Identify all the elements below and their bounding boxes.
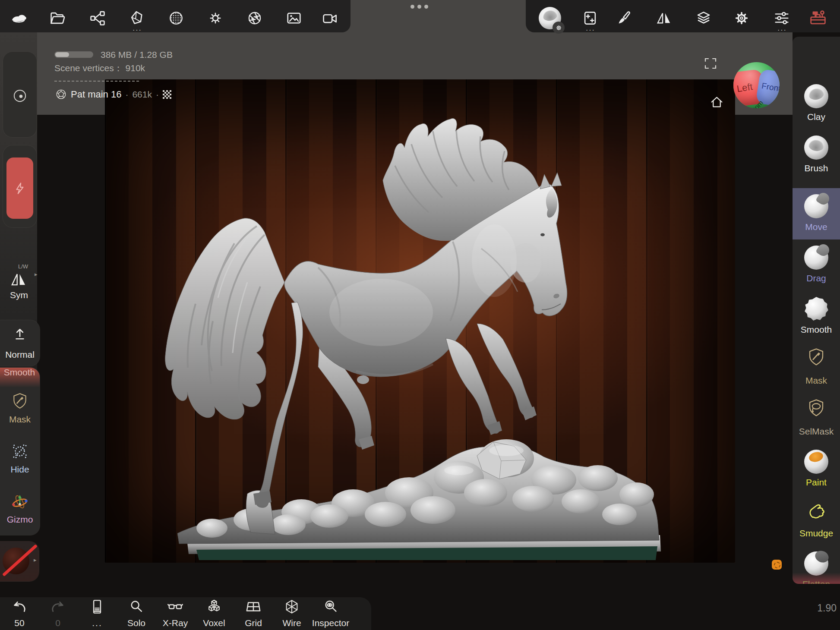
symmetry-toggle-icon[interactable]: [9, 270, 28, 290]
home-view-icon[interactable]: [710, 95, 724, 111]
active-layer-chip[interactable]: Pat main 16 · 661k ·: [55, 88, 171, 100]
tool-smudge[interactable]: Smudge: [793, 495, 840, 545]
layer-separator: ·: [125, 89, 128, 100]
tool-clay-label: Clay: [793, 112, 840, 122]
bottom-toolbar: 50 0 ... Solo X-Ray Voxel Grid Wire: [0, 597, 371, 630]
symmetry-triangle-icon[interactable]: [654, 5, 674, 31]
tool-brush-label: Brush: [793, 163, 840, 173]
mask-shield-icon[interactable]: [11, 392, 29, 412]
smooth-sphere-icon: [804, 297, 828, 321]
solo-label: Solo: [117, 618, 156, 628]
history-pages-button[interactable]: ...: [80, 599, 114, 629]
redslash-caret-icon[interactable]: ▸: [34, 557, 37, 563]
grid-toggle[interactable]: Grid: [237, 599, 270, 629]
snapshot-marker-button[interactable]: [772, 560, 782, 570]
scene-vertices-text: Scene vertices： 910k: [54, 62, 145, 74]
sidebar-bottom-glow: [793, 573, 840, 584]
tool-mask-label: Mask: [793, 375, 840, 386]
checker-material-icon: [163, 90, 171, 99]
layers-stack-icon[interactable]: [693, 5, 714, 31]
wire-label: Wire: [272, 618, 311, 628]
window-handle-dot[interactable]: [424, 5, 428, 9]
sym-caret-icon[interactable]: ▸: [35, 271, 38, 277]
snapshot-marker-ring: [774, 562, 780, 568]
sym-label[interactable]: Sym: [0, 290, 38, 300]
background-image-icon[interactable]: [284, 5, 304, 31]
intensity-slider-fill[interactable]: [6, 158, 33, 219]
mask-label[interactable]: Mask: [0, 414, 39, 425]
node-graph-icon[interactable]: [87, 5, 108, 31]
window-handle-dot[interactable]: [411, 5, 414, 9]
tool-move-label: Move: [793, 222, 840, 232]
material-sphere-icon[interactable]: [538, 5, 562, 31]
inspector-label: Inspector: [311, 618, 350, 628]
tool-paint-label: Paint: [793, 477, 840, 488]
tool-sidebar: Clay Brush Move Drag Smooth Mask SelMask: [793, 37, 840, 584]
info-separator: [54, 81, 139, 82]
settings-gear-icon[interactable]: [731, 5, 752, 31]
tool-smooth[interactable]: Smooth: [793, 291, 840, 342]
video-camera-icon[interactable]: [320, 5, 341, 31]
layer-separator: ·: [156, 89, 159, 100]
tool-brush[interactable]: Brush: [793, 129, 840, 180]
tool-quick-panel[interactable]: Smooth Mask Hide Gizmo: [0, 368, 40, 535]
paint-sphere-icon: [804, 450, 828, 474]
top-toolbar-right: ... ...: [526, 0, 840, 32]
tool-selmask-label: SelMask: [793, 426, 840, 437]
stone-more-indicator: ...: [133, 26, 142, 30]
mask-shield-icon: [806, 347, 826, 367]
layer-vertex-count: 661k: [132, 89, 152, 100]
tool-paint[interactable]: Paint: [793, 444, 840, 495]
sculpt-viewport-canvas[interactable]: [105, 79, 735, 563]
tool-selmask[interactable]: SelMask: [793, 393, 840, 444]
disable-material-panel[interactable]: [0, 542, 39, 581]
tool-drag-label: Drag: [793, 273, 840, 284]
history-more-indicator: ...: [78, 618, 117, 628]
window-handle-dot[interactable]: [417, 5, 421, 9]
toolbox-icon[interactable]: [808, 5, 828, 31]
hide-dotted-icon[interactable]: [10, 442, 29, 463]
memory-usage-bar: [54, 51, 93, 58]
hide-label[interactable]: Hide: [0, 464, 39, 475]
inspector-toggle[interactable]: Inspector: [314, 599, 347, 629]
tool-move-selected[interactable]: Move: [793, 188, 840, 239]
redo-button[interactable]: 0: [41, 599, 75, 629]
app-logo-icon[interactable]: [8, 5, 29, 31]
solo-toggle[interactable]: Solo: [120, 599, 153, 629]
gizmo-icon[interactable]: [10, 492, 30, 513]
xray-label: X-Ray: [156, 618, 195, 628]
tool-clay[interactable]: Clay: [793, 78, 840, 129]
undo-button[interactable]: 50: [3, 599, 36, 629]
normal-label: Normal: [0, 350, 39, 360]
clay-sphere-icon: [804, 84, 828, 108]
xray-toggle[interactable]: X-Ray: [158, 599, 192, 629]
gizmo-label[interactable]: Gizmo: [0, 514, 39, 525]
sliders-more-indicator: ...: [777, 26, 787, 30]
normal-upload-icon: [12, 326, 28, 343]
lw-label: L/W: [18, 263, 28, 270]
fullscreen-icon[interactable]: [704, 57, 717, 72]
navigation-orbit-sphere[interactable]: Left Front Bottom: [733, 62, 780, 108]
tool-smudge-label: Smudge: [793, 528, 840, 539]
stroke-normal-panel[interactable]: Normal: [0, 320, 40, 366]
tool-mask[interactable]: Mask: [793, 342, 840, 393]
flatten-sphere-icon: [804, 551, 828, 576]
sculpt-app-window: ... ...: [0, 0, 840, 630]
move-sphere-icon: [804, 194, 828, 218]
smooth-quick-label[interactable]: Smooth: [0, 368, 39, 378]
poly-sphere-icon: [55, 88, 67, 100]
tool-smooth-label: Smooth: [793, 324, 840, 335]
memory-usage-text: 386 MB / 1.28 GB: [101, 50, 173, 60]
radius-slider-panel[interactable]: [3, 52, 37, 137]
matcap-sphere-icon[interactable]: [166, 5, 186, 31]
nav-sphere-shading: [733, 62, 780, 108]
tool-drag[interactable]: Drag: [793, 239, 840, 290]
light-sun-icon[interactable]: [205, 5, 226, 31]
files-folder-icon[interactable]: [47, 5, 68, 31]
top-toolbar-left: ...: [0, 0, 351, 32]
view-scale-value: 1.90: [802, 602, 837, 614]
wire-toggle[interactable]: Wire: [275, 599, 309, 629]
camera-aperture-icon[interactable]: [244, 5, 265, 31]
voxel-toggle[interactable]: Voxel: [197, 599, 231, 629]
paint-settings-brush-icon[interactable]: [614, 5, 635, 31]
